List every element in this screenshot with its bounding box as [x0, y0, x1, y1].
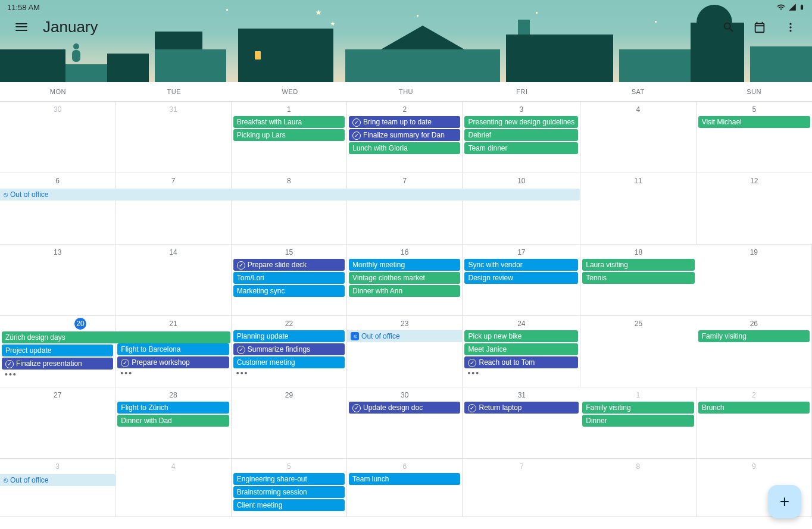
event-chip[interactable]: Finalize presentation — [2, 358, 113, 370]
event-chip[interactable]: Prepare slide deck — [233, 259, 345, 271]
calendar-cell[interactable]: 27 — [0, 387, 115, 459]
calendar-cell[interactable]: 19 — [697, 245, 812, 316]
event-chip[interactable]: Debrief — [464, 129, 578, 141]
event-chip[interactable]: Planning update — [233, 330, 345, 342]
calendar-cell[interactable]: 11 — [580, 173, 696, 245]
event-chip[interactable]: Summarize findings — [233, 343, 345, 355]
calendar-cell[interactable]: 25 — [580, 316, 696, 387]
calendar-cell[interactable]: 2Bring team up to dateFinalize summary f… — [347, 102, 463, 173]
event-chip[interactable]: Brunch — [698, 402, 810, 414]
event-chip[interactable]: Design review — [464, 272, 578, 284]
event-chip[interactable]: Flight to Zürich — [117, 402, 229, 414]
event-chip[interactable]: Marketing sync — [233, 285, 345, 297]
event-chip[interactable]: Dinner with Ann — [349, 285, 460, 297]
multi-day-event[interactable]: ⎋Out of office — [0, 474, 116, 486]
more-events-indicator[interactable]: ••• — [463, 370, 580, 377]
calendar-cell[interactable]: 6 — [0, 173, 115, 245]
more-events-indicator[interactable]: ••• — [0, 371, 115, 378]
overflow-menu-icon[interactable] — [783, 20, 798, 35]
event-chip[interactable]: Lunch with Gloria — [349, 142, 460, 154]
calendar-cell[interactable]: 8 — [232, 173, 347, 245]
event-chip[interactable]: Tom/Lori — [233, 272, 345, 284]
multi-day-event[interactable]: Zürich design days — [2, 331, 230, 343]
calendar-cell[interactable]: 1Breakfast with LauraPicking up Lars — [232, 102, 347, 173]
event-chip[interactable]: Update design doc — [349, 402, 460, 414]
day-header-row: MON TUE WED THU FRI SAT SUN — [0, 82, 812, 102]
event-chip[interactable]: Client meeting — [233, 499, 345, 511]
more-events-indicator[interactable]: ••• — [232, 370, 346, 377]
search-icon[interactable] — [722, 20, 736, 35]
calendar-cell[interactable]: 22Planning updateSummarize findingsCusto… — [232, 316, 347, 387]
event-label: Team lunch — [352, 475, 389, 483]
event-chip[interactable]: Dinner with Dad — [117, 415, 229, 427]
calendar-cell[interactable]: 17Sync with vendorDesign review — [463, 245, 580, 316]
multi-day-event[interactable]: ⎋Out of office — [0, 189, 580, 201]
calendar-cell[interactable]: 30 — [0, 102, 115, 173]
event-chip[interactable]: Team lunch — [349, 473, 460, 485]
calendar-cell[interactable]: 16Monthly meetingVintage clothes marketD… — [347, 245, 463, 316]
event-chip[interactable]: Customer meeting — [233, 356, 345, 368]
calendar-cell[interactable]: 4 — [115, 459, 231, 517]
calendar-cell[interactable]: 12 — [697, 173, 812, 245]
event-chip[interactable]: Flight to Barcelona — [117, 343, 229, 355]
event-chip[interactable]: Laura visiting — [582, 259, 694, 271]
calendar-cell[interactable]: 26Family visiting — [697, 316, 812, 387]
calendar-cell[interactable]: 8 — [580, 459, 696, 517]
calendar-cell[interactable]: 3 — [0, 459, 115, 517]
month-title[interactable]: January — [43, 18, 98, 36]
calendar-cell[interactable]: 23⎋Out of office — [347, 316, 463, 387]
calendar-cell[interactable]: 29 — [232, 387, 347, 459]
event-chip[interactable]: Sync with vendor — [464, 259, 578, 271]
event-chip[interactable]: Prepare workshop — [117, 356, 229, 368]
event-chip[interactable]: Reach out to Tom — [464, 356, 578, 368]
more-events-indicator[interactable]: ••• — [115, 370, 230, 377]
calendar-cell[interactable]: 30Update design doc — [347, 387, 463, 459]
calendar-cell[interactable]: 13 — [0, 245, 115, 316]
event-chip[interactable]: Finalize summary for Dan — [349, 129, 460, 141]
calendar-cell[interactable]: 7 — [115, 173, 231, 245]
event-chip[interactable]: Dinner — [582, 415, 694, 427]
calendar-cell[interactable]: 3Presenting new design guidelinesDebrief… — [463, 102, 580, 173]
day-header: THU — [348, 82, 464, 101]
calendar-cell[interactable]: 14 — [115, 245, 231, 316]
event-chip[interactable]: Project update — [2, 345, 113, 356]
event-chip[interactable]: Family visiting — [582, 402, 694, 414]
calendar-cell[interactable]: 31Return laptop — [463, 387, 580, 459]
calendar-cell[interactable]: 20Project updateFinalize presentation••• — [0, 316, 115, 387]
calendar-cell[interactable]: 31 — [115, 102, 231, 173]
event-chip[interactable]: Pick up new bike — [464, 330, 578, 342]
calendar-cell[interactable]: 21Flight to BarcelonaPrepare workshop••• — [115, 316, 231, 387]
calendar-cell[interactable]: 2Brunch — [697, 387, 812, 459]
hamburger-menu-icon[interactable] — [14, 20, 29, 35]
calendar-cell[interactable]: 7 — [463, 459, 580, 517]
calendar-cell[interactable]: 15Prepare slide deckTom/LoriMarketing sy… — [232, 245, 347, 316]
event-chip[interactable]: Picking up Lars — [233, 129, 345, 141]
event-chip[interactable]: Team dinner — [464, 142, 578, 154]
event-chip[interactable]: Bring team up to date — [349, 116, 460, 128]
event-chip[interactable]: Monthly meeting — [349, 259, 460, 271]
event-chip[interactable]: Presenting new design guidelines — [464, 116, 578, 128]
calendar-cell[interactable]: 6Team lunch — [347, 459, 463, 517]
event-chip[interactable]: Tennis — [582, 272, 694, 284]
event-chip[interactable]: Return laptop — [464, 402, 579, 414]
calendar-cell[interactable]: 10 — [463, 173, 580, 245]
calendar-cell[interactable]: 1Family visitingDinner — [580, 387, 696, 459]
event-chip[interactable]: Breakfast with Laura — [233, 116, 345, 128]
calendar-cell[interactable]: 7 — [347, 173, 463, 245]
today-icon[interactable] — [752, 20, 767, 35]
event-chip[interactable]: Vintage clothes market — [349, 272, 460, 284]
date-number: 17 — [517, 248, 525, 256]
event-chip[interactable]: Visit Michael — [698, 116, 810, 128]
calendar-cell[interactable]: 5Engineering share-outBrainstorming sess… — [232, 459, 347, 517]
event-chip[interactable]: Meet Janice — [464, 343, 578, 355]
event-chip[interactable]: Engineering share-out — [233, 473, 345, 485]
calendar-cell[interactable]: 4 — [580, 102, 696, 173]
event-chip[interactable]: Family visiting — [698, 330, 810, 342]
calendar-cell[interactable]: 18Laura visitingTennis — [580, 245, 696, 316]
event-chip[interactable]: Brainstorming session — [233, 486, 345, 498]
create-event-fab[interactable]: + — [768, 485, 801, 518]
calendar-cell[interactable]: 5Visit Michael — [697, 102, 812, 173]
calendar-cell[interactable]: 28Flight to ZürichDinner with Dad — [115, 387, 231, 459]
calendar-cell[interactable]: 24Pick up new bikeMeet JaniceReach out t… — [463, 316, 580, 387]
event-chip[interactable]: ⎋Out of office — [347, 330, 462, 342]
